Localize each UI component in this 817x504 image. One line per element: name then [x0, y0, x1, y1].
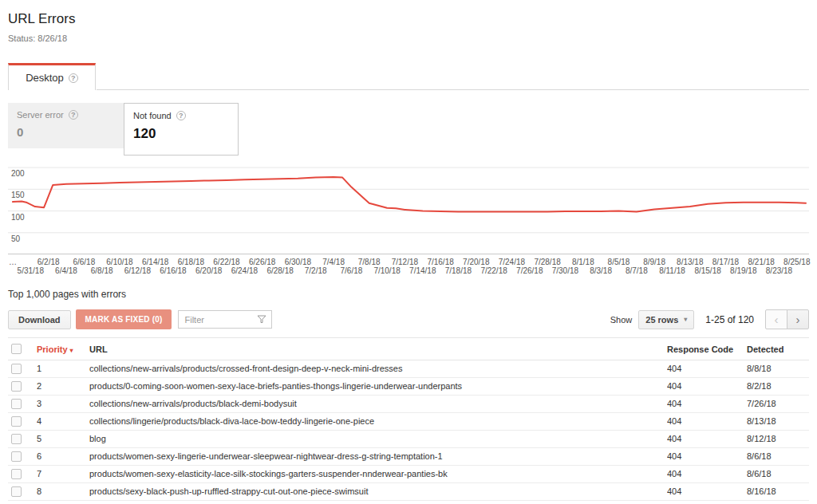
x-tick-label: 6/6/18	[73, 258, 95, 266]
detected-cell: 8/13/18	[747, 413, 809, 431]
table-row: 2products/0-coming-soon-women-sexy-lace-…	[8, 378, 809, 396]
row-checkbox[interactable]	[11, 434, 22, 444]
x-tick-label: 8/11/18	[659, 266, 685, 275]
priority-cell: 7	[37, 466, 89, 483]
x-tick-label: 8/17/18	[712, 258, 739, 266]
x-tick-label: 7/24/18	[499, 258, 525, 266]
x-tick-label: 8/15/18	[694, 266, 720, 275]
detected-cell: 8/16/18	[747, 483, 809, 501]
url-link[interactable]: blog	[89, 434, 106, 443]
response-code-cell: 404	[667, 378, 747, 396]
x-tick-label: 6/4/18	[55, 266, 77, 275]
mark-as-fixed-button[interactable]: MARK AS FIXED (0)	[76, 309, 172, 329]
server-error-label: Server error	[17, 110, 64, 120]
table-header-row: Priority▾ URL Response Code Detected	[8, 338, 809, 360]
x-tick-label: 7/20/18	[463, 258, 489, 266]
page-title: URL Errors	[8, 11, 809, 27]
header-url[interactable]: URL	[89, 338, 667, 360]
table-row: 5blog4048/12/18	[8, 431, 809, 448]
response-code-cell: 404	[667, 413, 747, 431]
next-page-button[interactable]: ›	[787, 309, 809, 329]
y-tick-label: 100	[11, 213, 25, 222]
status-text: Status: 8/26/18	[8, 33, 809, 43]
chevron-left-icon: ‹	[775, 313, 779, 326]
url-link[interactable]: products/0-coming-soon-women-sexy-lace-b…	[89, 381, 462, 391]
x-tick-label: 6/26/18	[249, 258, 275, 266]
tab-strip: Desktop ?	[0, 63, 817, 90]
x-tick-label: 7/2/18	[305, 266, 327, 275]
row-checkbox[interactable]	[11, 399, 22, 409]
header-response-code[interactable]: Response Code	[667, 338, 747, 360]
chevron-down-icon: ▾	[684, 316, 687, 323]
x-tick-label: 6/14/18	[142, 258, 168, 266]
row-checkbox[interactable]	[11, 469, 22, 479]
x-tick-label: 7/16/18	[427, 258, 453, 266]
y-tick-label: 150	[11, 191, 25, 199]
row-checkbox[interactable]	[11, 381, 22, 392]
server-error-count: 0	[17, 125, 115, 139]
pager: ‹ ›	[765, 309, 809, 329]
row-select-cell	[8, 413, 37, 431]
priority-cell: 4	[37, 413, 89, 431]
url-link[interactable]: collections/lingerie/products/black-diva…	[89, 416, 374, 426]
url-link[interactable]: products/women-sexy-elasticity-lace-silk…	[89, 469, 448, 478]
select-all-checkbox[interactable]	[11, 344, 22, 354]
row-select-cell	[8, 483, 37, 501]
detected-cell: 7/26/18	[747, 396, 809, 413]
row-checkbox[interactable]	[11, 451, 22, 462]
show-label: Show	[610, 315, 633, 325]
priority-cell: 3	[37, 396, 89, 413]
tab-desktop[interactable]: Desktop ?	[8, 63, 96, 90]
x-tick-label: 6/16/18	[160, 266, 186, 275]
priority-cell: 6	[37, 448, 89, 466]
x-tick-label: 6/2/18	[37, 258, 60, 266]
chevron-right-icon: ›	[796, 313, 800, 326]
chart-x-axis-labels: …5/31/186/2/186/4/186/6/186/8/186/10/186…	[8, 254, 809, 277]
tab-desktop-label: Desktop	[26, 72, 64, 84]
x-tick-label: 8/9/18	[643, 258, 665, 266]
x-tick-label: 8/25/18	[783, 258, 810, 266]
x-tick-label: 6/10/18	[106, 258, 132, 266]
x-tick-label: 6/20/18	[195, 266, 222, 275]
row-checkbox[interactable]	[11, 416, 22, 427]
x-tick-label: 6/18/18	[178, 258, 204, 266]
url-link[interactable]: collections/new-arrivals/products/black-…	[89, 399, 297, 408]
detected-cell: 8/12/18	[747, 431, 809, 448]
url-link[interactable]: products/women-sexy-lingerie-underwear-s…	[89, 451, 443, 461]
row-checkbox[interactable]	[11, 364, 22, 374]
download-button[interactable]: Download	[8, 310, 71, 329]
server-error-box[interactable]: Server error ? 0	[8, 103, 124, 148]
url-link[interactable]: collections/new-arrivals/products/crosse…	[89, 364, 402, 373]
y-tick-label: 200	[11, 169, 25, 178]
rows-per-page-dropdown[interactable]: 25 rows ▾	[638, 310, 694, 329]
errors-line-chart: 20015010050	[8, 167, 809, 254]
response-code-cell: 404	[667, 448, 747, 466]
url-cell: collections/new-arrivals/products/black-…	[89, 396, 667, 413]
row-select-cell	[8, 378, 37, 396]
x-tick-label: 8/19/18	[730, 266, 756, 275]
filter-funnel-icon	[257, 315, 266, 324]
help-icon[interactable]: ?	[176, 111, 186, 120]
x-tick-label: 7/28/18	[534, 258, 560, 266]
help-icon[interactable]: ?	[69, 73, 78, 83]
url-link[interactable]: products/sexy-black-push-up-ruffled-stra…	[89, 486, 369, 496]
chart-plot-area	[8, 167, 809, 254]
prev-page-button[interactable]: ‹	[765, 309, 787, 329]
x-tick-label: 6/22/18	[213, 258, 239, 266]
x-tick-label: 7/14/18	[409, 266, 436, 275]
header-priority[interactable]: Priority▾	[37, 338, 89, 360]
x-tick-label: 7/18/18	[445, 266, 472, 275]
x-tick-label: 8/1/18	[572, 258, 594, 266]
table-row: 1collections/new-arrivals/products/cross…	[8, 360, 809, 378]
response-code-cell: 404	[667, 483, 747, 501]
not-found-box[interactable]: Not found ? 120	[124, 103, 239, 156]
x-tick-label: 7/30/18	[552, 266, 578, 275]
help-icon[interactable]: ?	[69, 110, 78, 120]
x-tick-label: 8/13/18	[677, 258, 703, 266]
row-select-cell	[8, 360, 37, 378]
header-detected[interactable]: Detected	[747, 338, 809, 360]
row-checkbox[interactable]	[11, 486, 22, 497]
error-type-boxes: Server error ? 0 Not found ? 120	[8, 103, 809, 156]
response-code-cell: 404	[667, 466, 747, 483]
not-found-label: Not found	[133, 111, 172, 120]
